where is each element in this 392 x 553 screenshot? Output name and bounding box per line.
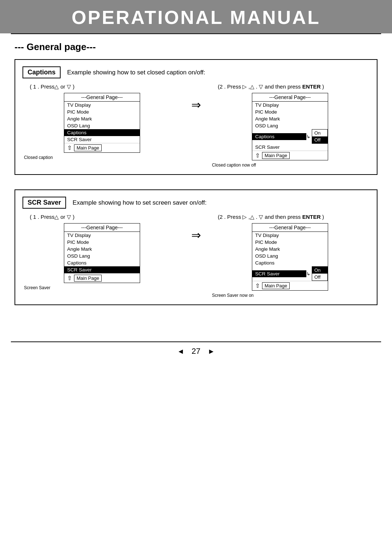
scr-submenu: On Off: [312, 266, 328, 281]
menu-item-tv-display: TV Display: [64, 102, 140, 108]
general-page-title: --- General page---: [15, 41, 377, 53]
scr-right-caption: Screen Saver now on: [212, 293, 369, 298]
scr-menu-tv-display: TV Display: [64, 232, 140, 239]
scr-row-with-sub: SCR Saver ↳ On Off: [252, 266, 328, 281]
captions-submenu: On Off: [312, 129, 328, 144]
menu-item-pic-mode: PIC Mode: [64, 108, 140, 115]
captions-left-menu-footer: ⇧ Main Page: [64, 143, 140, 152]
scr-menu-pic-mode: PIC Mode: [64, 239, 140, 246]
scr-menu-captions-r: Captions: [252, 259, 328, 266]
scr-submenu-off: Off: [312, 274, 327, 280]
scr-menu-osd-lang: OSD Lang: [64, 253, 140, 259]
scr-right-col: (2 . Press ▷ ,△ . ▽ and then press ENTER…: [211, 214, 369, 298]
page-content: --- General page--- Captions Example sho…: [0, 34, 392, 334]
scr-step1-label: ( 1 . Press△ or ▽ ): [30, 214, 181, 220]
scr-right-menu: ---General Page--- TV Display PIC Mode A…: [252, 223, 328, 291]
scr-left-col: ( 1 . Press△ or ▽ ) ---General Page--- T…: [23, 214, 181, 290]
menu-item-pic-mode-r: PIC Mode: [252, 108, 328, 115]
scr-menu-angle-mark: Angle Mark: [64, 246, 140, 253]
scr-home-icon-r: ⇧: [255, 282, 260, 289]
home-icon: ⇧: [67, 144, 72, 151]
captions-step2-label: (2 . Press ▷ ,△ . ▽ and then press ENTER…: [218, 83, 369, 90]
scr-menu-pic-mode-r: PIC Mode: [252, 239, 328, 246]
home-icon-r: ⇧: [255, 152, 260, 159]
menu-item-angle-mark: Angle Mark: [64, 115, 140, 122]
scr-right-menu-title: ---General Page---: [252, 224, 328, 232]
page-number: 27: [192, 347, 200, 356]
captions-label: Captions: [23, 66, 61, 78]
captions-left-footer-label: Main Page: [74, 144, 102, 151]
menu-item-captions-selected: Captions: [64, 129, 140, 136]
scr-left-caption: Screen Saver: [24, 285, 181, 290]
scr-header: SCR Saver Example showing how to set scr…: [23, 197, 369, 209]
scr-description: Example showing how to set screen saver …: [73, 199, 207, 206]
scr-enter-arrow-icon: ↳: [306, 271, 310, 276]
captions-left-menu: ---General Page--- TV Display PIC Mode A…: [64, 93, 140, 153]
scr-menu-tv-display-r: TV Display: [252, 232, 328, 239]
next-page-arrow[interactable]: ►: [208, 347, 215, 356]
prev-page-arrow[interactable]: ◄: [177, 347, 184, 356]
scr-home-icon: ⇧: [67, 275, 72, 282]
menu-item-angle-mark-r: Angle Mark: [252, 115, 328, 122]
scr-menu-osd-lang-r: OSD Lang: [252, 253, 328, 259]
captions-right-col: (2 . Press ▷ ,△ . ▽ and then press ENTER…: [211, 83, 369, 168]
menu-item-osd-lang-r: OSD Lang: [252, 122, 328, 129]
enter-arrow-icon: ↳: [306, 134, 310, 139]
scr-menu-scr-saver-selected-r: SCR Saver: [252, 270, 306, 277]
scr-step2-label: (2 . Press ▷ ,△ . ▽ and then press ENTER…: [218, 214, 369, 220]
captions-header: Captions Example showing how to set clos…: [23, 66, 369, 78]
scr-examples-row: ( 1 . Press△ or ▽ ) ---General Page--- T…: [23, 214, 369, 298]
menu-item-osd-lang: OSD Lang: [64, 122, 140, 129]
scr-menu-captions: Captions: [64, 259, 140, 266]
scr-left-footer-label: Main Page: [74, 275, 102, 282]
scr-submenu-on-selected: On: [312, 267, 327, 274]
captions-right-menu-footer: ⇧ Main Page: [252, 151, 328, 160]
scr-left-menu: ---General Page--- TV Display PIC Mode A…: [64, 223, 140, 283]
scr-right-arrow-icon: ⇒: [191, 228, 201, 242]
scr-left-menu-footer: ⇧ Main Page: [64, 273, 140, 283]
captions-arrow-col: ⇒: [181, 83, 211, 112]
captions-right-menu-title: ---General Page---: [252, 93, 328, 102]
captions-right-caption: Closed caption now off: [212, 163, 369, 168]
right-arrow-icon: ⇒: [191, 98, 201, 112]
captions-left-caption: Closed caption: [24, 155, 181, 160]
captions-right-menu: ---General Page--- TV Display PIC Mode A…: [252, 93, 328, 160]
captions-description: Example showing how to set closed captio…: [67, 69, 205, 76]
captions-examples-row: ( 1 . Press△ or ▽ ) ---General Page--- T…: [23, 83, 369, 168]
scr-saver-section: SCR Saver Example showing how to set scr…: [15, 189, 377, 305]
captions-left-col: ( 1 . Press△ or ▽ ) ---General Page--- T…: [23, 83, 181, 160]
menu-item-tv-display-r: TV Display: [252, 102, 328, 108]
scr-label: SCR Saver: [23, 197, 66, 209]
page-title: OPERATIONAL MANUAL: [0, 7, 392, 28]
submenu-on: On: [312, 130, 327, 136]
captions-section: Captions Example showing how to set clos…: [15, 59, 377, 175]
scr-right-footer-label: Main Page: [262, 282, 290, 289]
scr-right-menu-footer: ⇧ Main Page: [252, 281, 328, 290]
scr-menu-scr-saver-selected: SCR Saver: [64, 266, 140, 273]
page-header: OPERATIONAL MANUAL: [0, 0, 392, 33]
captions-row-with-sub: Captions ↳ On Off: [252, 129, 328, 144]
captions-left-menu-title: ---General Page---: [64, 93, 140, 102]
menu-item-captions-selected-r: Captions: [252, 133, 306, 140]
menu-item-scr-saver-r: SCR Saver: [252, 144, 328, 151]
captions-right-footer-label: Main Page: [262, 152, 290, 159]
menu-item-scr-saver: SCR Saver: [64, 136, 140, 143]
scr-arrow-col: ⇒: [181, 214, 211, 242]
captions-step1-label: ( 1 . Press△ or ▽ ): [30, 83, 181, 90]
scr-menu-angle-mark-r: Angle Mark: [252, 246, 328, 253]
scr-left-menu-title: ---General Page---: [64, 224, 140, 232]
submenu-off-selected: Off: [312, 136, 327, 143]
page-number-row: ◄ 27 ►: [0, 342, 392, 362]
